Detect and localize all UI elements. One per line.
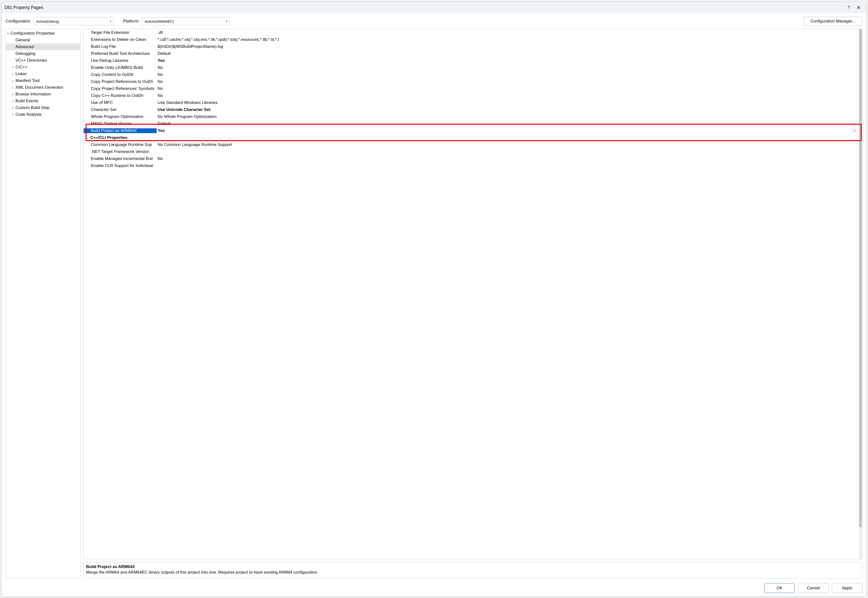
property-label: Extensions to Delete on Clean bbox=[84, 37, 157, 42]
chevron-down-icon[interactable]: ▾ bbox=[852, 128, 858, 133]
property-value: Default bbox=[157, 51, 859, 56]
tree-item[interactable]: ▷Custom Build Step bbox=[6, 105, 80, 111]
property-label: Preferred Build Tool Architecture bbox=[84, 51, 157, 56]
ok-button[interactable]: OK bbox=[764, 583, 795, 593]
property-row[interactable]: Copy C++ Runtime to OutDirNo bbox=[84, 92, 859, 99]
property-row[interactable]: Use Debug LibrariesYes bbox=[84, 57, 859, 64]
tree-item-label: Browse Information bbox=[15, 91, 51, 98]
property-label: Enable Managed Incremental Buil bbox=[84, 156, 157, 161]
expand-icon: ▷ bbox=[12, 91, 15, 98]
property-label: Copy Content to OutDir bbox=[84, 72, 157, 77]
close-icon[interactable]: ✕ bbox=[854, 5, 864, 10]
tree-item[interactable]: ▷Linker bbox=[6, 70, 80, 77]
property-row[interactable]: Copy Project References to OutDiNo bbox=[84, 78, 859, 85]
property-row[interactable]: Build Project as ARM64XYes▾ bbox=[84, 127, 859, 134]
expand-icon: ▷ bbox=[12, 64, 15, 70]
property-grid: Target File Extension.dllExtensions to D… bbox=[83, 29, 862, 559]
property-row[interactable]: Common Language Runtime SupNo Common Lan… bbox=[84, 141, 859, 148]
property-label: MSVC Toolset Version bbox=[84, 121, 157, 126]
dialog-window: Dll1 Property Pages ? ✕ Configuration: A… bbox=[1, 1, 867, 597]
tree-item-label: Build Events bbox=[15, 98, 39, 105]
description-panel: Build Project as ARM64X Merge the ARM64 … bbox=[83, 562, 862, 579]
tree-item-label: Code Analysis bbox=[15, 111, 42, 118]
property-row[interactable]: Copy Project References' SymbolsNo bbox=[84, 85, 859, 92]
cancel-button[interactable]: Cancel bbox=[798, 583, 829, 593]
tree-item-label: Advanced bbox=[15, 43, 34, 50]
property-label: Enable CLR Support for Individual bbox=[84, 163, 157, 168]
property-value[interactable]: Yes▾ bbox=[157, 128, 859, 133]
tree-item-label: Custom Build Step bbox=[15, 105, 49, 111]
property-value: No bbox=[157, 156, 859, 161]
tree-item[interactable]: ▷XML Document Generator bbox=[6, 84, 80, 91]
tree-item-label: Debugging bbox=[15, 50, 35, 57]
platform-value: Active(ARM64EC) bbox=[145, 19, 174, 24]
tree-item[interactable]: ▷Browse Information bbox=[6, 91, 80, 98]
property-row[interactable]: Target File Extension.dll bbox=[84, 29, 859, 36]
scrollbar[interactable] bbox=[859, 29, 862, 559]
tree-item[interactable]: ▷Build Events bbox=[6, 98, 80, 105]
tree-item[interactable]: ▷Code Analysis bbox=[6, 111, 80, 118]
window-title: Dll1 Property Pages bbox=[4, 5, 844, 10]
chevron-down-icon: ▾ bbox=[110, 19, 111, 23]
collapse-icon: ⌄ bbox=[87, 136, 90, 140]
expand-icon: ▷ bbox=[12, 84, 15, 91]
property-value: No bbox=[157, 65, 859, 70]
tree-item[interactable]: Debugging bbox=[6, 50, 80, 57]
property-row[interactable]: Character SetUse Unicode Character Set bbox=[84, 106, 859, 113]
tree-item[interactable]: Advanced bbox=[6, 43, 80, 50]
property-row[interactable]: .NET Target Framework Version bbox=[84, 148, 859, 155]
titlebar: Dll1 Property Pages ? ✕ bbox=[2, 2, 866, 13]
property-value: No bbox=[157, 79, 859, 84]
property-row[interactable]: MSVC Toolset VersionDefault bbox=[84, 120, 859, 127]
property-label: Target File Extension bbox=[84, 30, 157, 35]
expand-icon: ▷ bbox=[12, 111, 15, 118]
configuration-combo[interactable]: Active(Debug) ▾ bbox=[34, 17, 113, 25]
tree-item-label: VC++ Directories bbox=[15, 57, 46, 64]
body: ▾ Configuration Properties GeneralAdvanc… bbox=[2, 29, 866, 582]
property-label: Character Set bbox=[84, 107, 157, 112]
property-label: Build Log File bbox=[84, 44, 157, 49]
property-row[interactable]: Extensions to Delete on Clean*.cdf;*.cac… bbox=[84, 36, 859, 43]
property-row[interactable]: Enable Managed Incremental BuilNo bbox=[84, 155, 859, 162]
property-section[interactable]: ⌄C++/CLI Properties bbox=[84, 134, 859, 141]
help-icon[interactable]: ? bbox=[844, 5, 854, 10]
tree-item-label: C/C++ bbox=[15, 64, 27, 70]
property-label: Use of MFC bbox=[84, 100, 157, 105]
description-title: Build Project as ARM64X bbox=[86, 564, 860, 569]
property-value: No bbox=[157, 86, 859, 91]
property-label: Copy C++ Runtime to OutDir bbox=[84, 93, 157, 98]
property-row[interactable]: Use of MFCUse Standard Windows Libraries bbox=[84, 99, 859, 106]
property-row[interactable]: Build Log File$(IntDir)$(MSBuildProjectN… bbox=[84, 43, 859, 50]
tree-item[interactable]: VC++ Directories bbox=[6, 57, 80, 64]
tree-item-label: Manifest Tool bbox=[15, 77, 40, 84]
property-value: Yes bbox=[157, 58, 859, 63]
tree-item[interactable]: ▷Manifest Tool bbox=[6, 77, 80, 84]
configuration-value: Active(Debug) bbox=[36, 19, 59, 24]
tree-item[interactable]: ▷C/C++ bbox=[6, 64, 80, 70]
scrollbar-thumb[interactable] bbox=[859, 29, 862, 527]
property-label: Whole Program Optimization bbox=[84, 114, 157, 119]
property-value: No bbox=[157, 93, 859, 98]
property-row[interactable]: Copy Content to OutDirNo bbox=[84, 71, 859, 78]
tree-root-label: Configuration Properties bbox=[10, 30, 55, 37]
property-label: Copy Project References to OutDi bbox=[84, 79, 157, 84]
property-row[interactable]: Preferred Build Tool ArchitectureDefault bbox=[84, 50, 859, 57]
tree-root[interactable]: ▾ Configuration Properties bbox=[6, 30, 80, 37]
apply-label: Apply bbox=[842, 586, 853, 591]
configuration-manager-button[interactable]: Configuration Manager... bbox=[804, 16, 862, 26]
property-row[interactable]: Whole Program OptimizationNo Whole Progr… bbox=[84, 113, 859, 120]
platform-label: Platform: bbox=[123, 19, 139, 24]
property-label: Copy Project References' Symbols bbox=[84, 86, 157, 91]
button-row: OK Cancel Apply bbox=[2, 582, 866, 596]
platform-combo[interactable]: Active(ARM64EC) ▾ bbox=[142, 17, 229, 25]
tree-item[interactable]: General bbox=[6, 37, 80, 43]
expand-icon: ▷ bbox=[12, 70, 15, 77]
property-row[interactable]: Enable CLR Support for Individual bbox=[84, 162, 859, 169]
apply-button[interactable]: Apply bbox=[832, 583, 862, 593]
configuration-label: Configuration: bbox=[6, 19, 31, 24]
property-row[interactable]: Enable Unity (JUMBO) BuildNo bbox=[84, 64, 859, 71]
property-value: $(IntDir)$(MSBuildProjectName).log bbox=[157, 44, 859, 49]
config-row: Configuration: Active(Debug) ▾ Platform:… bbox=[2, 13, 866, 29]
property-value: No bbox=[157, 72, 859, 77]
cancel-label: Cancel bbox=[807, 586, 820, 591]
